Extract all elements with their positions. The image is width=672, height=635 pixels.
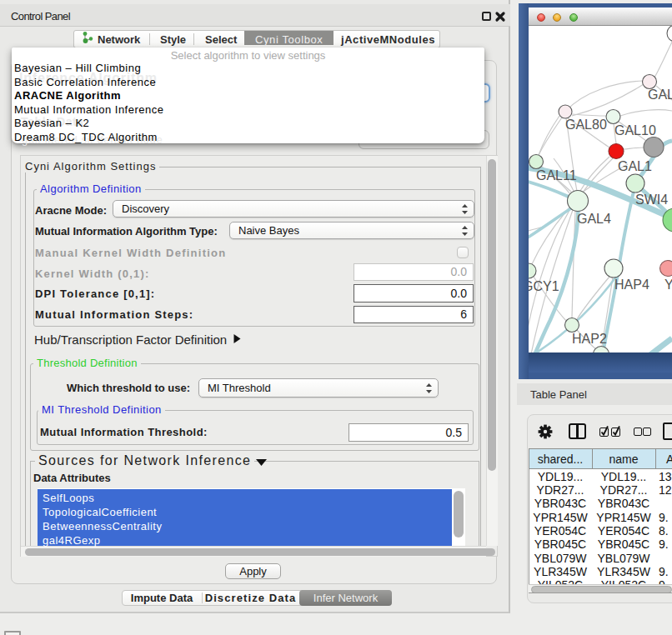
svg-text:HAP2: HAP2 xyxy=(572,332,607,346)
svg-text:GAL4: GAL4 xyxy=(577,212,611,226)
svg-text:GAL11: GAL11 xyxy=(536,168,577,182)
svg-text:HAP4: HAP4 xyxy=(614,278,649,292)
svg-text:YD: YD xyxy=(664,278,672,292)
svg-text:GAL80: GAL80 xyxy=(565,118,607,132)
svg-text:GAL10: GAL10 xyxy=(614,123,656,138)
svg-text:GCY1: GCY1 xyxy=(529,279,559,293)
svg-text:GAL7: GAL7 xyxy=(648,88,672,102)
svg-text:SWI4: SWI4 xyxy=(635,192,668,207)
svg-text:GAL1: GAL1 xyxy=(618,159,652,173)
